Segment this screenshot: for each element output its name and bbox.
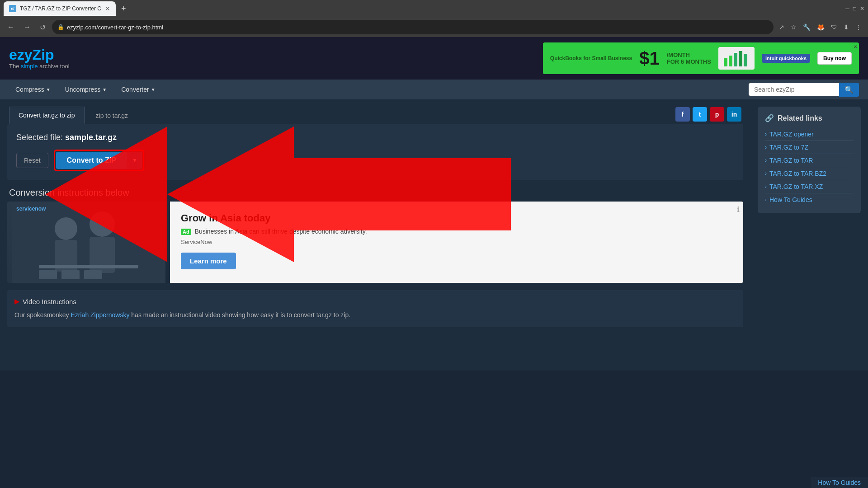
ad-price: $1 bbox=[639, 48, 660, 69]
ad-description: Businesses in Asia can still thrive desp… bbox=[195, 228, 367, 235]
tab-bar: e/ TGZ / TAR.GZ to ZIP Converter C ✕ + ─… bbox=[0, 0, 868, 17]
header-advertisement[interactable]: QuickBooks for Small Business $1 /MONTH … bbox=[543, 42, 859, 74]
site-header: ezyZip The simple archive tool QuickBook… bbox=[0, 37, 868, 80]
svg-rect-0 bbox=[724, 58, 727, 66]
convert-button-box: Convert to ZIP ▼ bbox=[54, 150, 144, 171]
tab-bar-content: Convert tar.gz to zip zip to tar.gz f t … bbox=[0, 99, 750, 124]
menu-button[interactable]: ⋮ bbox=[854, 22, 863, 33]
bookmark-icon[interactable]: ☆ bbox=[789, 22, 798, 33]
related-link-how-to-guides[interactable]: How To Guides bbox=[769, 196, 812, 203]
svg-point-9 bbox=[90, 211, 115, 237]
search-input[interactable] bbox=[749, 83, 839, 96]
ad-info-icon[interactable]: ℹ bbox=[737, 205, 740, 214]
nav-uncompress[interactable]: Uncompress ▼ bbox=[59, 81, 113, 98]
video-play-icon: ▶ bbox=[14, 297, 20, 305]
chevron-icon: › bbox=[765, 170, 767, 177]
ad-badge-row: Ad Businesses in Asia can still thrive d… bbox=[181, 228, 732, 235]
address-bar[interactable]: 🔒 bbox=[52, 20, 774, 34]
url-input[interactable] bbox=[67, 24, 768, 31]
ad-title: Grow in Asia today bbox=[181, 212, 732, 224]
search-button[interactable]: 🔍 bbox=[839, 83, 859, 97]
close-button[interactable]: ✕ bbox=[860, 5, 864, 12]
twitter-share-button[interactable]: t bbox=[693, 107, 707, 122]
list-item: › TAR.GZ opener bbox=[765, 128, 854, 141]
tab-favicon: e/ bbox=[9, 5, 16, 12]
main-content: Convert tar.gz to zip zip to tar.gz f t … bbox=[0, 99, 868, 371]
tab-convert-tar-gz-to-zip[interactable]: Convert tar.gz to zip bbox=[9, 107, 85, 124]
extension-icon-3[interactable]: 🛡 bbox=[829, 22, 839, 33]
compress-dropdown-arrow: ▼ bbox=[46, 87, 51, 92]
convert-dropdown-button[interactable]: ▼ bbox=[127, 152, 142, 169]
nav-compress[interactable]: Compress ▼ bbox=[9, 81, 57, 98]
svg-rect-2 bbox=[734, 53, 737, 66]
related-link-tar-gz-to-7z[interactable]: TAR.GZ to 7Z bbox=[769, 144, 808, 151]
converter-dropdown-arrow: ▼ bbox=[151, 87, 156, 92]
search-form: 🔍 bbox=[749, 83, 859, 97]
spokesmonkey-link[interactable]: Ezriah Zippernowsky bbox=[71, 311, 130, 319]
related-links-box: 🔗 Related links › TAR.GZ opener › TAR.GZ… bbox=[758, 107, 861, 213]
action-row: Reset Convert to ZIP ▼ bbox=[16, 150, 734, 171]
tab-close-button[interactable]: ✕ bbox=[105, 5, 110, 12]
svg-rect-12 bbox=[39, 270, 57, 279]
logo-text: ezyZip bbox=[9, 47, 54, 62]
facebook-share-button[interactable]: f bbox=[675, 107, 690, 122]
site-navigation: Compress ▼ Uncompress ▼ Converter ▼ 🔍 bbox=[0, 80, 868, 99]
back-button[interactable]: ← bbox=[5, 21, 17, 33]
site-logo[interactable]: ezyZip The simple archive tool bbox=[9, 47, 70, 70]
browser-chrome: e/ TGZ / TAR.GZ to ZIP Converter C ✕ + ─… bbox=[0, 0, 868, 37]
share-icon[interactable]: ↗ bbox=[777, 22, 786, 33]
related-links-title: 🔗 Related links bbox=[765, 114, 854, 122]
related-link-tar-gz-opener[interactable]: TAR.GZ opener bbox=[769, 131, 814, 138]
window-controls: ─ □ ✕ bbox=[845, 5, 864, 12]
advertisement-section[interactable]: servicenow bbox=[7, 202, 743, 283]
ad-badge: Ad bbox=[181, 229, 191, 235]
list-item: › How To Guides bbox=[765, 193, 854, 206]
pinterest-share-button[interactable]: p bbox=[710, 107, 724, 122]
selected-file-label: Selected file: sample.tar.gz bbox=[16, 133, 734, 142]
minimize-button[interactable]: ─ bbox=[845, 5, 849, 12]
social-share-icons: f t p in bbox=[675, 107, 741, 123]
extension-icon-2[interactable]: 🦊 bbox=[815, 22, 826, 33]
conversion-heading: Conversion instructions below bbox=[0, 180, 750, 202]
linkedin-share-button[interactable]: in bbox=[727, 107, 741, 122]
ad-image: servicenow bbox=[7, 202, 170, 283]
reset-button[interactable]: Reset bbox=[16, 153, 48, 168]
svg-point-7 bbox=[55, 217, 77, 240]
convert-to-zip-button[interactable]: Convert to ZIP bbox=[56, 152, 127, 169]
related-link-tar-gz-to-tar[interactable]: TAR.GZ to TAR bbox=[769, 157, 813, 164]
list-item: › TAR.GZ to TAR.BZ2 bbox=[765, 167, 854, 180]
active-browser-tab[interactable]: e/ TGZ / TAR.GZ to ZIP Converter C ✕ bbox=[4, 1, 116, 16]
forward-button[interactable]: → bbox=[21, 21, 33, 33]
list-item: › TAR.GZ to TAR.XZ bbox=[765, 180, 854, 193]
chevron-icon: › bbox=[765, 144, 767, 150]
svg-rect-11 bbox=[39, 265, 138, 268]
related-links-icon: 🔗 bbox=[765, 114, 774, 122]
chevron-icon: › bbox=[765, 131, 767, 137]
main-panel: Convert tar.gz to zip zip to tar.gz f t … bbox=[0, 99, 750, 334]
extension-icon-1[interactable]: 🔧 bbox=[801, 22, 812, 33]
ad-source: ServiceNow bbox=[181, 239, 732, 245]
ad-close-button[interactable]: ✕ bbox=[854, 44, 857, 49]
logo-main: ezy bbox=[9, 47, 33, 63]
ad-chart-visual bbox=[718, 47, 755, 70]
ad-duration-text: /MONTH FOR 6 MONTHS bbox=[667, 52, 711, 65]
video-instructions-title: ▶ Video Instructions bbox=[14, 297, 736, 305]
svg-rect-1 bbox=[729, 56, 732, 66]
ad-brand-logo: intuit quickbooks bbox=[762, 54, 810, 63]
ad-content: Grow in Asia today Ad Businesses in Asia… bbox=[170, 202, 743, 283]
tab-zip-to-tar-gz[interactable]: zip to tar.gz bbox=[86, 107, 138, 124]
browser-toolbar-icons: ↗ ☆ 🔧 🦊 🛡 ⬇ ⋮ bbox=[777, 22, 863, 33]
ad-buy-now-button[interactable]: Buy now bbox=[817, 52, 852, 65]
svg-rect-3 bbox=[739, 51, 742, 66]
extension-icon-4[interactable]: ⬇ bbox=[842, 22, 851, 33]
refresh-button[interactable]: ↺ bbox=[37, 21, 48, 33]
learn-more-button[interactable]: Learn more bbox=[181, 253, 236, 269]
new-tab-button[interactable]: + bbox=[118, 2, 130, 15]
nav-converter[interactable]: Converter ▼ bbox=[115, 81, 161, 98]
convert-button-wrap: Convert to ZIP ▼ bbox=[56, 152, 142, 169]
chevron-icon: › bbox=[765, 197, 767, 203]
related-link-tar-gz-to-tar-bz2[interactable]: TAR.GZ to TAR.BZ2 bbox=[769, 170, 826, 177]
chevron-icon: › bbox=[765, 183, 767, 190]
restore-button[interactable]: □ bbox=[853, 5, 856, 12]
related-link-tar-gz-to-tar-xz[interactable]: TAR.GZ to TAR.XZ bbox=[769, 183, 823, 190]
